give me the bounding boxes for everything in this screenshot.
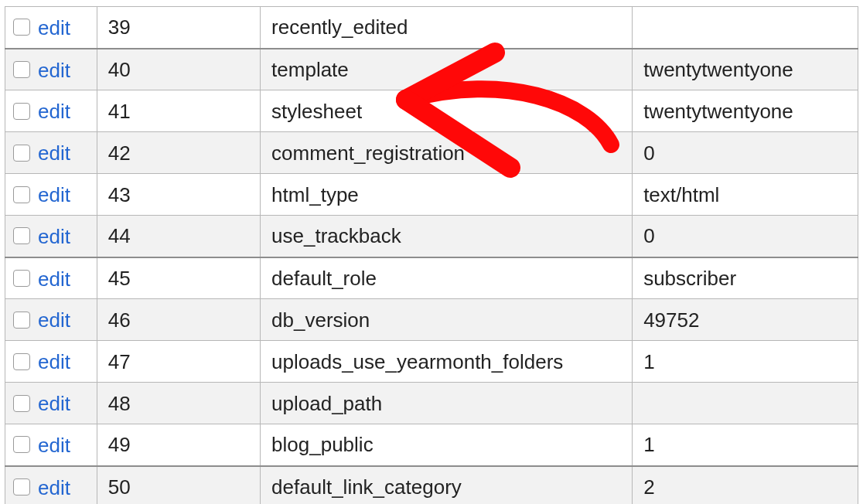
edit-link[interactable]: edit [38, 351, 70, 374]
option-name: recently_edited [261, 7, 633, 49]
row-action-cell: edit [5, 383, 97, 424]
table-row: edit40templatetwentytwentyone [5, 49, 858, 90]
option-id: 46 [97, 299, 260, 341]
edit-link[interactable]: edit [38, 309, 70, 332]
row-checkbox[interactable] [13, 353, 30, 370]
options-table-wrap: edit39recently_editededit40templatetwent… [0, 0, 863, 504]
option-id: 43 [97, 174, 260, 216]
option-value: 2 [633, 466, 858, 505]
option-id: 48 [97, 383, 260, 424]
option-id: 49 [97, 424, 260, 466]
row-action-cell: edit [5, 132, 97, 174]
option-value [633, 7, 858, 49]
row-checkbox[interactable] [13, 478, 30, 495]
table-row: edit49blog_public1 [5, 424, 858, 466]
option-value: twentytwentyone [633, 49, 858, 90]
row-checkbox[interactable] [13, 270, 30, 287]
table-row: edit46db_version49752 [5, 299, 858, 341]
row-checkbox[interactable] [13, 103, 30, 120]
option-value: 0 [633, 132, 858, 174]
edit-link[interactable]: edit [38, 476, 70, 499]
options-table: edit39recently_editededit40templatetwent… [5, 6, 858, 504]
option-name: uploads_use_yearmonth_folders [261, 341, 633, 383]
edit-link[interactable]: edit [38, 59, 70, 82]
row-checkbox[interactable] [13, 61, 30, 78]
row-action-cell: edit [5, 174, 97, 216]
row-action-cell: edit [5, 424, 97, 466]
option-value: 49752 [633, 299, 858, 341]
option-value: text/html [633, 174, 858, 216]
table-row: edit42comment_registration0 [5, 132, 858, 174]
option-id: 39 [97, 7, 260, 49]
row-action-cell: edit [5, 466, 97, 505]
row-checkbox[interactable] [13, 395, 30, 412]
table-row: edit44use_trackback0 [5, 216, 858, 257]
table-row: edit45default_rolesubscriber [5, 257, 858, 299]
option-id: 44 [97, 216, 260, 257]
option-name: use_trackback [261, 216, 633, 257]
edit-link[interactable]: edit [38, 142, 70, 165]
option-id: 42 [97, 132, 260, 174]
edit-link[interactable]: edit [38, 393, 70, 416]
option-value: subscriber [633, 257, 858, 299]
row-checkbox[interactable] [13, 312, 30, 329]
row-action-cell: edit [5, 49, 97, 90]
table-row: edit50default_link_category2 [5, 466, 858, 505]
edit-link[interactable]: edit [38, 16, 70, 39]
option-name: blog_public [261, 424, 633, 466]
row-action-cell: edit [5, 7, 97, 49]
row-checkbox[interactable] [13, 19, 30, 36]
option-id: 40 [97, 49, 260, 90]
option-value: 1 [633, 341, 858, 383]
option-id: 45 [97, 257, 260, 299]
option-name: default_role [261, 257, 633, 299]
option-name: default_link_category [261, 466, 633, 505]
option-name: template [261, 49, 633, 90]
option-value [633, 383, 858, 424]
row-action-cell: edit [5, 257, 97, 299]
option-id: 41 [97, 90, 260, 132]
row-checkbox[interactable] [13, 145, 30, 162]
table-row: edit47uploads_use_yearmonth_folders1 [5, 341, 858, 383]
row-action-cell: edit [5, 299, 97, 341]
option-id: 50 [97, 466, 260, 505]
edit-link[interactable]: edit [38, 100, 70, 124]
option-value: twentytwentyone [633, 90, 858, 132]
option-name: comment_registration [261, 132, 633, 174]
option-value: 0 [633, 216, 858, 257]
edit-link[interactable]: edit [38, 184, 70, 207]
row-checkbox[interactable] [13, 227, 30, 244]
option-name: stylesheet [261, 90, 633, 132]
row-checkbox[interactable] [13, 186, 30, 203]
row-checkbox[interactable] [13, 436, 30, 453]
row-action-cell: edit [5, 90, 97, 132]
table-row: edit41stylesheettwentytwentyone [5, 90, 858, 132]
option-name: db_version [261, 299, 633, 341]
table-row: edit39recently_edited [5, 7, 858, 49]
edit-link[interactable]: edit [38, 267, 70, 291]
option-value: 1 [633, 424, 858, 466]
table-row: edit48upload_path [5, 383, 858, 424]
edit-link[interactable]: edit [38, 225, 70, 248]
row-action-cell: edit [5, 341, 97, 383]
row-action-cell: edit [5, 216, 97, 257]
option-id: 47 [97, 341, 260, 383]
table-row: edit43html_typetext/html [5, 174, 858, 216]
option-name: html_type [261, 174, 633, 216]
option-name: upload_path [261, 383, 633, 424]
edit-link[interactable]: edit [38, 434, 70, 457]
